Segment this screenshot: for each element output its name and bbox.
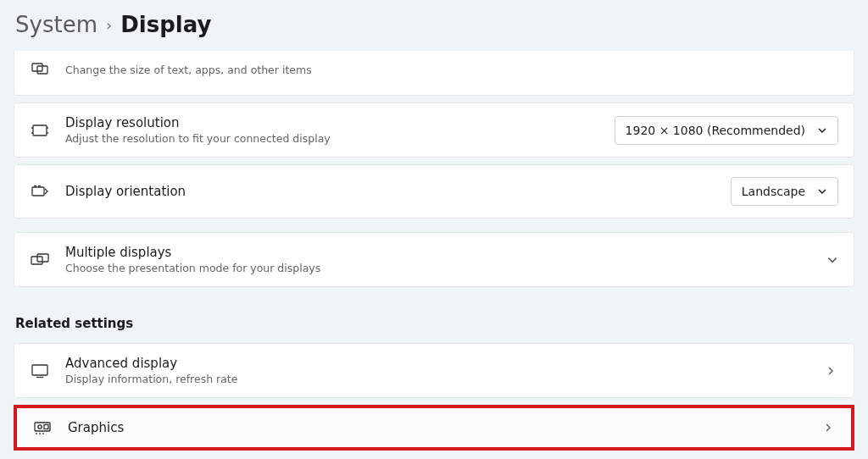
section-related-settings: Related settings — [15, 316, 853, 331]
setting-title: Graphics — [68, 420, 805, 435]
setting-subtitle: Adjust the resolution to fit your connec… — [65, 132, 599, 145]
monitor-icon — [30, 363, 50, 379]
related-row-advanced-display[interactable]: Advanced display Display information, re… — [14, 343, 854, 398]
setting-row-orientation[interactable]: Display orientation Landscape — [14, 164, 854, 218]
setting-title: Multiple displays — [65, 245, 811, 260]
svg-rect-7 — [32, 187, 44, 196]
orientation-icon — [30, 184, 50, 199]
related-row-graphics[interactable]: Graphics — [14, 405, 854, 451]
chevron-right-icon — [821, 423, 836, 433]
chevron-right-icon: › — [106, 16, 112, 34]
setting-title: Display resolution — [65, 115, 599, 130]
orientation-dropdown[interactable]: Landscape — [731, 177, 838, 206]
svg-point-15 — [38, 425, 42, 429]
graphics-card-icon — [32, 420, 53, 435]
resolution-dropdown[interactable]: 1920 × 1080 (Recommended) — [615, 116, 838, 145]
setting-row-scale[interactable]: Change the size of text, apps, and other… — [14, 51, 854, 96]
resolution-icon — [30, 124, 50, 137]
setting-title: Advanced display — [65, 356, 808, 371]
chevron-down-icon — [817, 186, 827, 196]
breadcrumb: System › Display — [14, 0, 854, 51]
dropdown-value: Landscape — [742, 185, 805, 198]
setting-subtitle: Choose the presentation mode for your di… — [65, 262, 811, 274]
breadcrumb-current: Display — [120, 12, 211, 37]
setting-subtitle: Display information, refresh rate — [65, 373, 808, 385]
setting-row-resolution[interactable]: Display resolution Adjust the resolution… — [14, 102, 854, 158]
dropdown-value: 1920 × 1080 (Recommended) — [626, 124, 805, 137]
scale-icon — [30, 63, 50, 75]
svg-rect-14 — [35, 423, 50, 431]
svg-rect-16 — [44, 425, 48, 429]
svg-rect-2 — [33, 125, 47, 135]
multiple-displays-icon — [30, 253, 50, 267]
setting-title: Display orientation — [65, 184, 715, 199]
setting-row-multiple-displays[interactable]: Multiple displays Choose the presentatio… — [14, 232, 854, 287]
svg-rect-12 — [32, 365, 47, 375]
chevron-down-icon — [817, 125, 827, 135]
breadcrumb-parent[interactable]: System — [15, 12, 97, 37]
chevron-down-icon — [826, 254, 838, 266]
chevron-right-icon — [823, 366, 838, 376]
setting-subtitle: Change the size of text, apps, and other… — [65, 64, 637, 76]
